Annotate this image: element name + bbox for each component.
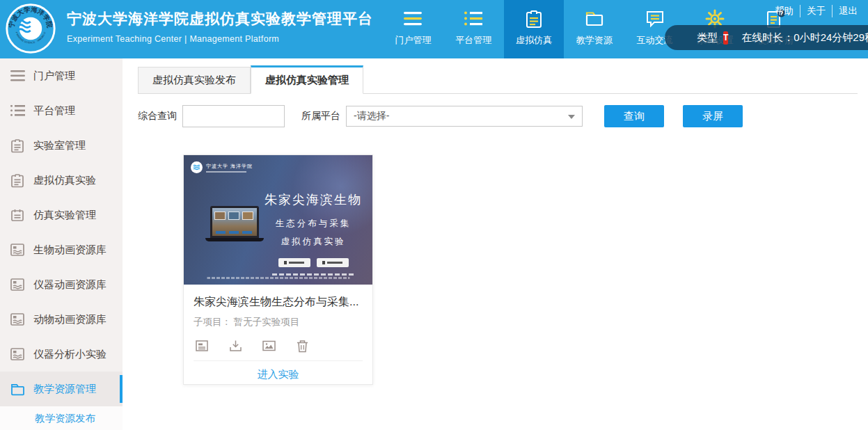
logout-link[interactable]: 退出 [832, 5, 864, 17]
folder-icon [10, 381, 25, 397]
main-content: 虚拟仿真实验发布 虚拟仿真实验管理 综合查询 所属平台 -请选择- 查询 录屏 [123, 58, 868, 430]
cover-title-line2: 生态分布与采集 [258, 218, 369, 230]
sidebar-item-platform[interactable]: 平台管理 [0, 93, 123, 128]
sidebar-item-teaching-resource-management[interactable]: 教学资源管理 [0, 372, 123, 406]
media-icon [10, 312, 25, 327]
platform-select[interactable]: -请选择- [346, 106, 583, 127]
card-actions [194, 339, 363, 353]
cover-buttons [258, 258, 369, 267]
university-logo: 宁波大学海洋学院 SCHOOL OF MARINE SCIENCE · NING… [6, 3, 56, 54]
tab-virtual-sim-management[interactable]: 虚拟仿真实验管理 [251, 65, 363, 94]
header-links: 帮助 关于 退出 [768, 5, 864, 17]
waves-icon [191, 161, 203, 173]
detail-icon[interactable] [196, 339, 209, 353]
nav-item-teaching-resources[interactable]: 教学资源 [564, 0, 624, 58]
help-link[interactable]: 帮助 [768, 5, 800, 17]
cover-copyright-line [207, 277, 349, 279]
app-header: 宁波大学海洋学院 SCHOOL OF MARINE SCIENCE · NING… [0, 0, 868, 58]
sidebar-item-lab-management[interactable]: 实验室管理 [0, 128, 123, 163]
sidebar-item-bio-animation-library[interactable]: 生物动画资源库 [0, 232, 123, 267]
menu-icon [402, 8, 423, 30]
sidebar-item-portal[interactable]: 门户管理 [0, 58, 123, 93]
tab-virtual-sim-publish[interactable]: 虚拟仿真实验发布 [138, 67, 251, 93]
download-icon[interactable] [229, 339, 242, 353]
type-badge: T [723, 31, 728, 45]
sidebar-item-virtual-sim-experiment[interactable]: 虚拟仿真实验 [0, 163, 123, 198]
cover-note-line [272, 273, 354, 276]
experiment-card: 宁波大学 海洋学院 朱家尖海滨生物 生态分布与采集 [183, 154, 373, 385]
board-icon [10, 207, 25, 223]
sidebar-subitem-teaching-resource-publish[interactable]: 教学资源发布 [0, 406, 123, 430]
cover-title-line3: 虚拟仿真实验 [258, 236, 369, 248]
clipboard-icon [10, 173, 25, 188]
session-tooltip: 类型 T 在线时长：0小时24分钟29秒 [665, 25, 868, 50]
clipboard-icon [10, 138, 25, 153]
cover-button [317, 258, 349, 267]
nav-item-virtual-sim[interactable]: 虚拟仿真 [504, 0, 565, 58]
folder-icon [585, 8, 604, 30]
query-input[interactable] [182, 105, 285, 127]
platform-label: 所属平台 [301, 110, 340, 122]
cover-title-block: 朱家尖海滨生物 生态分布与采集 虚拟仿真实验 [258, 191, 369, 276]
nav-item-platform[interactable]: 平台管理 [443, 0, 504, 58]
experiment-cover-image[interactable]: 宁波大学 海洋学院 朱家尖海滨生物 生态分布与采集 [184, 155, 372, 285]
clipboard-icon [524, 8, 544, 30]
query-button[interactable]: 查询 [604, 105, 664, 127]
experiment-title: 朱家尖海滨生物生态分布与采集... [194, 295, 363, 310]
tab-bar: 虚拟仿真实验发布 虚拟仿真实验管理 [138, 65, 858, 94]
sidebar-item-animal-animation-library[interactable]: 动物动画资源库 [0, 302, 123, 337]
online-duration: 在线时长：0小时24分钟29秒 [741, 31, 868, 45]
about-link[interactable]: 关于 [800, 5, 832, 17]
enter-experiment-link[interactable]: 进入实验 [258, 368, 299, 381]
nav-item-portal[interactable]: 门户管理 [383, 0, 443, 58]
filter-row: 综合查询 所属平台 -请选择- 查询 录屏 [138, 105, 743, 127]
delete-icon[interactable] [296, 339, 309, 353]
sidebar: 门户管理 平台管理 实验室管理 虚拟仿真实验 仿真实验管理 生物动画资源库 仪器… [0, 58, 123, 430]
app-root: 宁波大学海洋学院 SCHOOL OF MARINE SCIENCE · NING… [0, 0, 868, 430]
list-icon [463, 8, 484, 30]
cover-logo: 宁波大学 海洋学院 [191, 161, 253, 173]
chat-icon [645, 8, 665, 30]
page-subtitle: Experiment Teaching Center | Management … [67, 34, 373, 44]
image-icon[interactable] [262, 339, 276, 353]
record-screen-button[interactable]: 录屏 [683, 105, 743, 127]
sidebar-item-sim-experiment-management[interactable]: 仿真实验管理 [0, 198, 123, 232]
media-icon [10, 277, 25, 292]
sidebar-item-instrument-animation-library[interactable]: 仪器动画资源库 [0, 267, 123, 302]
list-icon [10, 103, 25, 118]
menu-icon [10, 68, 25, 83]
sidebar-item-instrument-analysis-experiment[interactable]: 仪器分析小实验 [0, 337, 123, 372]
experiment-subtitle: 子项目： 暂无子实验项目 [194, 316, 363, 328]
query-label: 综合查询 [138, 110, 177, 122]
media-icon [10, 242, 25, 257]
title-block: 宁波大学海洋学院虚拟仿真实验教学管理平台 Experiment Teaching… [67, 9, 373, 44]
card-footer: 进入实验 [194, 360, 363, 388]
media-icon [10, 347, 25, 362]
cover-button [278, 258, 310, 267]
cover-title-line1: 朱家尖海滨生物 [258, 191, 369, 208]
type-label: 类型 [697, 31, 718, 45]
chevron-down-icon [568, 115, 575, 119]
cover-logo-subline [206, 171, 246, 173]
page-title: 宁波大学海洋学院虚拟仿真实验教学管理平台 [67, 9, 373, 29]
card-body: 朱家尖海滨生物生态分布与采集... 子项目： 暂无子实验项目 [184, 285, 372, 388]
